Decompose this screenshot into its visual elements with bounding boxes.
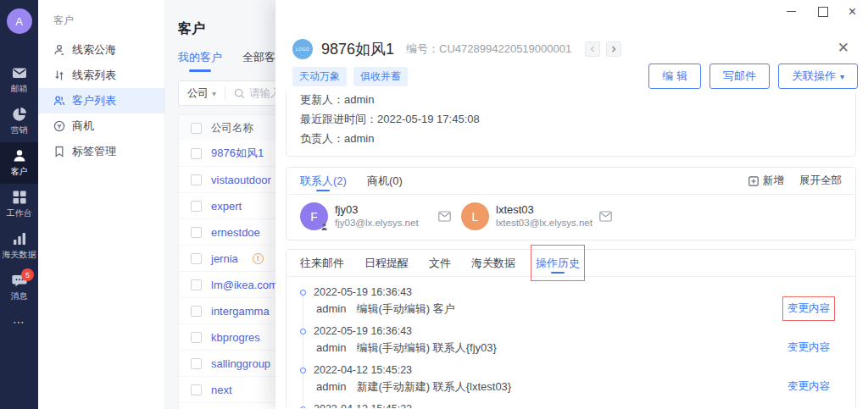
company-link[interactable]: expert [211, 200, 242, 213]
next-record-button[interactable] [606, 41, 621, 57]
company-link[interactable]: intergamma [211, 305, 270, 318]
entry-time: 2022-05-19 16:36:43 [314, 325, 412, 337]
rail-item-label: 海关数据 [3, 249, 36, 261]
timeline-dot [300, 329, 306, 334]
contact-avatar: L [461, 202, 489, 230]
rail-item-label: 工作台 [7, 207, 32, 219]
row-checkbox[interactable] [191, 227, 202, 238]
tab-operation-history[interactable]: 操作历史 [536, 250, 580, 276]
related-card: 联系人(2) 商机(0) 新增 展开全部 F fjy03 [286, 167, 856, 240]
tab-opportunities[interactable]: 商机(0) [367, 168, 403, 194]
company-link[interactable]: 9876如风1 [211, 146, 264, 161]
customer-tag[interactable]: 天动万象 [292, 67, 347, 86]
sidebar-item-tag-management[interactable]: 标签管理 [38, 139, 164, 164]
customer-list-icon [53, 95, 65, 107]
change-content-link[interactable]: 变更内容 [787, 379, 830, 394]
entry-time: 2022-04-12 15:45:22 [314, 403, 412, 408]
company-link[interactable]: sallinggroup [211, 357, 270, 370]
company-link[interactable]: vistaoutdoor [211, 174, 271, 186]
prev-record-button[interactable] [585, 41, 600, 57]
change-content-link[interactable]: 变更内容 [787, 340, 830, 355]
chevron-right-icon [610, 46, 617, 53]
window-maximize-icon[interactable] [817, 6, 828, 17]
rail-item-label: 邮箱 [11, 83, 28, 95]
row-checkbox[interactable] [191, 332, 202, 343]
column-header-company: 公司名称 [211, 121, 253, 135]
rail-item-customs-data[interactable]: 海关数据 [0, 225, 38, 267]
entry-description: 编辑(手动编辑) 客户 [356, 301, 454, 317]
related-operations-button[interactable]: 关联操作▾ [778, 64, 858, 89]
rail-item-workbench[interactable]: 工作台 [0, 184, 38, 225]
row-checkbox[interactable] [191, 384, 202, 395]
tab-schedule-reminders[interactable]: 日程提醒 [364, 250, 409, 276]
drawer-actions: 编 辑 写邮件 关联操作▾ [648, 64, 858, 89]
tab-customs-data[interactable]: 海关数据 [471, 250, 515, 276]
search-icon [234, 88, 245, 99]
rail-item-mailbox[interactable]: 邮箱 [0, 59, 38, 101]
info-updater: 更新人：admin [300, 92, 842, 109]
change-content-link[interactable]: 变更内容 [787, 301, 830, 316]
history-entry: 2022-04-12 15:45:23 admin 新建(手动新建) 联系人{l… [300, 362, 842, 395]
row-checkbox[interactable] [191, 358, 202, 369]
rail-item-messages[interactable]: 5 消息 [0, 267, 38, 308]
user-avatar[interactable]: A [7, 8, 32, 34]
tag-list: 天动万象 俱收并蓄 [292, 67, 408, 86]
timeline-dot [300, 406, 306, 409]
rail-item-label: 营销 [11, 124, 28, 136]
company-link[interactable]: lm@ikea.com [211, 279, 278, 291]
row-checkbox[interactable] [191, 306, 202, 317]
clue-list-icon [53, 69, 65, 81]
row-checkbox[interactable] [191, 279, 202, 290]
contact-item[interactable]: F fjy03 fjy03@lx.elysys.net [300, 202, 451, 230]
sidebar-item-clue-list[interactable]: 线索列表 [38, 63, 164, 88]
contact-item[interactable]: L lxtest03 lxtest03@lx.elysys.net [461, 202, 612, 230]
write-email-button[interactable]: 写邮件 [709, 64, 770, 89]
contact-email: lxtest03@lx.elysys.net [496, 217, 593, 229]
sidebar-item-label: 线索公海 [72, 42, 116, 58]
clue-pool-icon [53, 44, 65, 56]
company-link[interactable]: next [211, 384, 232, 396]
expand-all-button[interactable]: 展开全部 [799, 174, 842, 188]
tab-emails[interactable]: 往来邮件 [300, 250, 344, 276]
company-link[interactable]: kbprogres [211, 331, 260, 344]
row-checkbox[interactable] [191, 253, 202, 264]
info-last-follow-time: 最近跟进时间：2022-05-19 17:45:08 [300, 109, 842, 129]
tab-contacts[interactable]: 联系人(2) [300, 168, 347, 194]
company-link[interactable]: ernestdoe [211, 226, 260, 239]
row-checkbox[interactable] [191, 201, 202, 212]
sidebar-item-opportunity[interactable]: 商机 [38, 113, 164, 139]
customs-data-icon [12, 231, 27, 246]
drawer-close-icon[interactable]: ✕ [837, 41, 849, 55]
pie-chart-icon [12, 107, 27, 122]
rail-item-customer[interactable]: 客户 [0, 142, 38, 184]
row-checkbox[interactable] [191, 148, 202, 159]
edit-button[interactable]: 编 辑 [648, 64, 701, 89]
mail-icon [12, 65, 27, 80]
send-mail-icon[interactable] [438, 211, 451, 222]
company-link[interactable]: jernia [211, 252, 238, 265]
contact-person-badge-icon [321, 223, 330, 231]
customer-tag[interactable]: 俱收并蓄 [353, 67, 408, 86]
more-menu-icon[interactable]: ⋯ [13, 315, 25, 329]
history-entry: 2022-05-19 16:36:43 admin 编辑(手动编辑) 联系人{f… [300, 323, 842, 356]
window-close-icon[interactable]: × [849, 6, 856, 17]
select-all-checkbox[interactable] [191, 123, 202, 134]
contact-email: fjy03@lx.elysys.net [335, 217, 419, 229]
entry-user: admin [316, 380, 346, 393]
workbench-icon [12, 190, 27, 205]
window-minimize-icon[interactable] [786, 6, 797, 17]
window-controls: × [786, 6, 856, 17]
entry-user: admin [316, 341, 346, 354]
related-card-header: 联系人(2) 商机(0) 新增 展开全部 [287, 168, 855, 195]
tab-my-customers[interactable]: 我的客户 [178, 50, 222, 72]
sidebar-item-label: 商机 [72, 119, 94, 134]
nav-rail: A 邮箱 营销 客户 工作台 海关数据 5 消息 ⋯ [0, 0, 38, 409]
sidebar-item-clue-pool[interactable]: 线索公海 [38, 37, 164, 63]
row-checkbox[interactable] [191, 174, 202, 185]
send-mail-icon[interactable] [599, 211, 612, 222]
rail-item-marketing[interactable]: 营销 [0, 101, 38, 142]
filter-field-dropdown[interactable]: 公司 ▾ [187, 86, 216, 101]
sidebar-item-customer-list[interactable]: 客户列表 [38, 88, 164, 113]
add-contact-button[interactable]: 新增 [748, 174, 784, 188]
tab-files[interactable]: 文件 [429, 250, 451, 276]
